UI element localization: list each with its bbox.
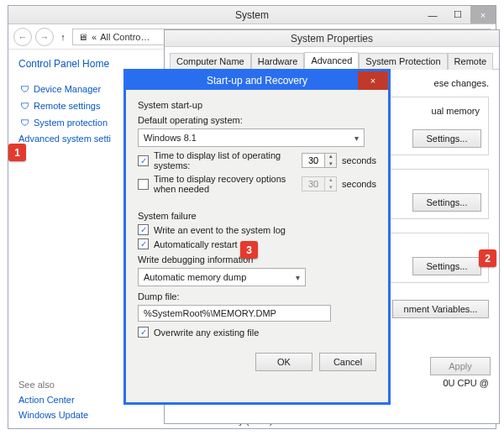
- cpu-tail: 0U CPU @: [443, 378, 489, 388]
- time-recovery-row: Time to display recovery options when ne…: [138, 174, 376, 194]
- time-recovery-checkbox[interactable]: [138, 179, 149, 190]
- time-recovery-spinner[interactable]: ▴▾: [302, 176, 337, 191]
- dump-file-label: Dump file:: [138, 291, 376, 301]
- user-profiles-settings-button[interactable]: Settings...: [412, 193, 481, 212]
- sidebar-item-windows-update[interactable]: Windows Update: [18, 410, 141, 420]
- system-titlebar: System — ☐ ×: [8, 6, 496, 24]
- startup-recovery-titlebar: Start-up and Recovery ×: [126, 71, 388, 90]
- chevron-down-icon: ▾: [296, 273, 300, 282]
- check-icon: ✓: [140, 225, 147, 234]
- auto-restart-checkbox[interactable]: ✓: [138, 238, 149, 249]
- sidebar-item-label: Device Manager: [34, 84, 101, 94]
- time-list-spinner[interactable]: ▴▾: [302, 153, 337, 168]
- back-button[interactable]: ←: [13, 28, 32, 46]
- apply-button[interactable]: Apply: [430, 357, 491, 375]
- shield-icon: 🛡: [18, 117, 30, 128]
- default-os-select[interactable]: Windows 8.1 ▾: [138, 128, 365, 147]
- properties-tabs: Computer Name Hardware Advanced System P…: [165, 47, 499, 70]
- breadcrumb-text: All Contro…: [100, 32, 150, 42]
- sidebar-item-label: Windows Update: [18, 410, 88, 420]
- tab-system-protection[interactable]: System Protection: [359, 53, 447, 70]
- check-icon: ✓: [140, 239, 147, 249]
- up-icon[interactable]: ↑: [57, 31, 69, 43]
- badge-2: 2: [479, 249, 496, 267]
- sidebar-item-label: System protection: [34, 118, 108, 128]
- forward-icon: →: [40, 32, 50, 42]
- debug-info-value: Automatic memory dump: [144, 272, 246, 282]
- time-list-row: ✓ Time to display list of operating syst…: [138, 150, 376, 170]
- time-recovery-label: Time to display recovery options when ne…: [154, 174, 297, 194]
- default-os-value: Windows 8.1: [144, 133, 197, 143]
- maximize-button[interactable]: ☐: [445, 6, 470, 24]
- startup-recovery-button-row: OK Cancel: [126, 346, 388, 378]
- dump-file-value: %SystemRoot%\MEMORY.DMP: [144, 308, 276, 318]
- badge-1: 1: [8, 144, 26, 161]
- close-button[interactable]: ×: [470, 6, 496, 24]
- sidebar-item-label: Advanced system setti: [18, 134, 111, 144]
- cancel-button[interactable]: Cancel: [319, 353, 376, 371]
- write-event-label: Write an event to the system log: [154, 225, 286, 235]
- write-event-row: ✓ Write an event to the system log: [138, 224, 376, 235]
- minimize-button[interactable]: —: [420, 6, 445, 24]
- check-icon: ✓: [140, 328, 147, 337]
- time-list-checkbox[interactable]: ✓: [138, 155, 149, 166]
- environment-variables-button[interactable]: nment Variables...: [392, 300, 489, 318]
- write-event-checkbox[interactable]: ✓: [138, 224, 149, 235]
- control-panel-home[interactable]: Control Panel Home: [18, 58, 141, 70]
- minimize-icon: —: [428, 10, 438, 20]
- system-title: System: [235, 9, 269, 21]
- startup-recovery-title: Start-up and Recovery: [207, 75, 307, 86]
- system-failure-section-title: System failure: [138, 211, 376, 221]
- chevron-down-icon: ▾: [354, 134, 359, 143]
- check-icon: ✓: [140, 156, 147, 165]
- performance-settings-button[interactable]: Settings...: [412, 129, 481, 148]
- default-os-label: Default operating system:: [138, 115, 376, 125]
- startup-recovery-body: System start-up Default operating system…: [126, 90, 388, 346]
- badge-3: 3: [240, 241, 258, 259]
- spinner-up-icon[interactable]: ▴: [325, 153, 336, 160]
- spinner-down-icon[interactable]: ▾: [325, 184, 336, 191]
- ok-button[interactable]: OK: [255, 353, 312, 371]
- forward-button[interactable]: →: [35, 28, 54, 46]
- sidebar-item-label: Remote settings: [34, 101, 100, 111]
- sidebar-item-label: Action Center: [18, 395, 75, 405]
- properties-titlebar: System Properties: [165, 30, 499, 47]
- tab-hardware[interactable]: Hardware: [251, 53, 305, 70]
- properties-title: System Properties: [291, 33, 373, 45]
- debug-info-select[interactable]: Automatic memory dump ▾: [138, 268, 306, 286]
- tab-computer-name[interactable]: Computer Name: [170, 53, 251, 70]
- time-list-unit: seconds: [342, 155, 376, 165]
- maximize-icon: ☐: [454, 9, 462, 20]
- tab-advanced[interactable]: Advanced: [304, 52, 359, 69]
- back-icon: ←: [18, 32, 28, 42]
- startup-recovery-settings-button[interactable]: Settings...: [412, 257, 481, 275]
- overwrite-label: Overwrite any existing file: [154, 328, 259, 338]
- startup-recovery-close-button[interactable]: ×: [358, 71, 388, 90]
- spinner-down-icon[interactable]: ▾: [325, 160, 336, 168]
- computer-icon: 🖥: [76, 31, 88, 43]
- tab-remote[interactable]: Remote: [448, 53, 494, 70]
- auto-restart-label: Automatically restart: [154, 239, 238, 249]
- breadcrumb-prefix: «: [92, 32, 97, 42]
- overwrite-row: ✓ Overwrite any existing file: [138, 327, 376, 338]
- close-icon: ×: [370, 76, 375, 86]
- time-recovery-unit: seconds: [342, 179, 376, 189]
- dump-file-input[interactable]: %SystemRoot%\MEMORY.DMP: [138, 305, 331, 322]
- time-recovery-value[interactable]: [302, 177, 324, 191]
- time-list-label: Time to display list of operating system…: [154, 150, 297, 170]
- startup-recovery-dialog: Start-up and Recovery × System start-up …: [123, 69, 391, 405]
- shield-icon: 🛡: [18, 100, 30, 112]
- close-icon: ×: [480, 10, 486, 20]
- time-list-value[interactable]: [302, 154, 324, 167]
- spinner-up-icon[interactable]: ▴: [325, 176, 336, 184]
- system-startup-section-title: System start-up: [138, 100, 376, 110]
- overwrite-checkbox[interactable]: ✓: [138, 327, 149, 338]
- shield-icon: 🛡: [18, 83, 30, 95]
